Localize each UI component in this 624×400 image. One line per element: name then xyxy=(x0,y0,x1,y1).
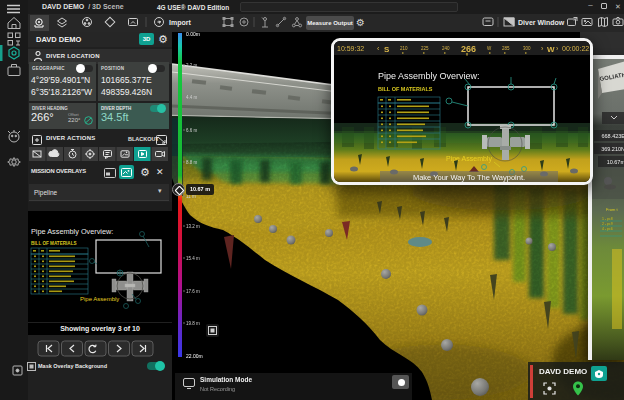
svg-text:W: W xyxy=(487,46,492,51)
svg-text:W: W xyxy=(547,45,555,54)
svg-text:2.2 m: 2.2 m xyxy=(186,63,198,68)
svg-text:From t: From t xyxy=(606,207,618,212)
svg-text:Diver Window: Diver Window xyxy=(518,19,565,26)
svg-text:BILL OF MATERIALS: BILL OF MATERIALS xyxy=(31,241,77,246)
svg-text:6.6 m: 6.6 m xyxy=(186,128,198,133)
svg-text:8.8 m: 8.8 m xyxy=(186,160,198,165)
svg-text:1 - pc8: 1 - pc8 xyxy=(602,217,613,221)
svg-text:S: S xyxy=(384,45,390,54)
svg-text:17.6 m: 17.6 m xyxy=(186,289,200,294)
svg-text:Make Your Way To The Waypoint.: Make Your Way To The Waypoint. xyxy=(413,173,525,182)
svg-text:13.2 m: 13.2 m xyxy=(186,224,200,229)
svg-text:369.210N: 369.210N xyxy=(601,146,624,152)
svg-text:Import: Import xyxy=(169,19,191,27)
svg-text:4 - pc6: 4 - pc6 xyxy=(602,227,613,231)
svg-text:15.4 m: 15.4 m xyxy=(186,256,200,261)
svg-text:4.4 m: 4.4 m xyxy=(186,95,198,100)
svg-text:210: 210 xyxy=(400,46,408,51)
svg-text:›: › xyxy=(556,45,559,52)
svg-text:Pipe Assembly: Pipe Assembly xyxy=(80,296,119,302)
svg-text:266: 266 xyxy=(461,44,476,54)
svg-text:300: 300 xyxy=(523,46,531,51)
svg-text:668.423E: 668.423E xyxy=(601,133,624,139)
svg-text:Pipe Assembly Overview:: Pipe Assembly Overview: xyxy=(31,227,113,236)
svg-text:240: 240 xyxy=(442,46,450,51)
svg-text:225: 225 xyxy=(421,46,429,51)
svg-text:285: 285 xyxy=(502,46,510,51)
svg-text:2 - pc9: 2 - pc9 xyxy=(602,222,613,226)
svg-text:00:00:22: 00:00:22 xyxy=(562,45,589,52)
svg-text:10:59:32: 10:59:32 xyxy=(337,45,364,52)
svg-text:10.67m: 10.67m xyxy=(607,159,624,165)
svg-text:19.8 m: 19.8 m xyxy=(186,321,200,326)
svg-text:22.00m: 22.00m xyxy=(186,353,203,359)
svg-text:0.00m: 0.00m xyxy=(186,32,200,37)
svg-text:BILL OF MATERIALS: BILL OF MATERIALS xyxy=(378,86,433,92)
svg-text:‹: ‹ xyxy=(377,45,380,52)
svg-text:Pipe Assembly: Pipe Assembly xyxy=(446,155,492,163)
svg-text:›: › xyxy=(541,45,544,52)
svg-text:Pipe Assembly Overview:: Pipe Assembly Overview: xyxy=(378,71,480,81)
